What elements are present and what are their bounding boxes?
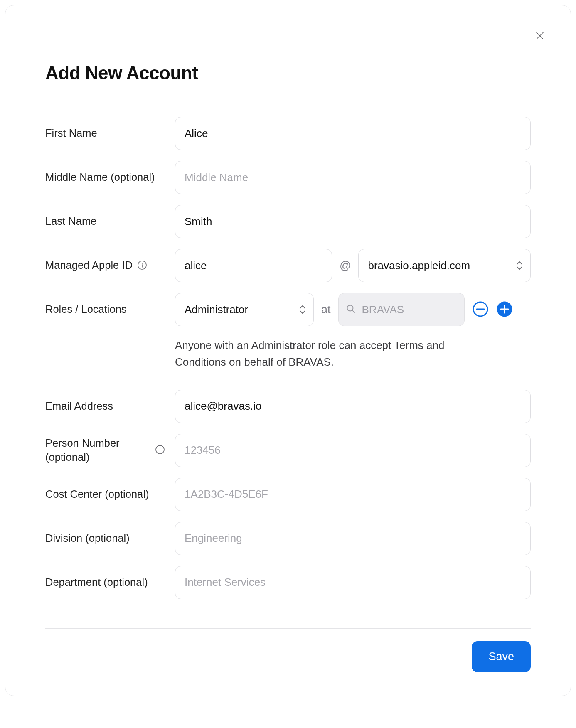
modal-footer: Save — [45, 641, 531, 672]
add-role-button[interactable] — [496, 301, 513, 318]
label-cost-center: Cost Center (optional) — [45, 487, 149, 502]
label-middle-name: Middle Name (optional) — [45, 170, 155, 184]
minus-circle-icon — [472, 301, 489, 319]
row-cost-center: Cost Center (optional) — [45, 478, 531, 511]
division-input[interactable] — [175, 522, 531, 555]
row-roles-locations: Roles / Locations Administrator at — [45, 293, 531, 326]
label-managed-apple-id: Managed Apple ID — [45, 258, 133, 273]
at-symbol: @ — [340, 259, 351, 272]
modal-title: Add New Account — [45, 63, 531, 84]
svg-point-4 — [142, 263, 143, 264]
department-input[interactable] — [175, 566, 531, 599]
person-number-info-button[interactable] — [155, 445, 165, 456]
label-first-name: First Name — [45, 126, 97, 140]
info-icon — [155, 445, 165, 456]
at-word: at — [321, 303, 331, 316]
remove-role-button[interactable] — [472, 301, 489, 318]
row-department: Department (optional) — [45, 566, 531, 599]
add-account-modal: Add New Account First Name Middle Name (… — [5, 5, 571, 696]
row-middle-name: Middle Name (optional) — [45, 161, 531, 194]
roles-helper-row: Anyone with an Administrator role can ac… — [45, 337, 531, 371]
label-email: Email Address — [45, 399, 113, 413]
location-search-input[interactable] — [338, 293, 465, 326]
save-button[interactable]: Save — [472, 641, 531, 672]
last-name-input[interactable] — [175, 205, 531, 238]
label-person-number: Person Number (optional) — [45, 436, 151, 464]
apple-id-local-input[interactable] — [175, 249, 332, 282]
row-last-name: Last Name — [45, 205, 531, 238]
roles-helper-text: Anyone with an Administrator role can ac… — [175, 337, 491, 371]
apple-id-info-button[interactable] — [137, 260, 148, 271]
apple-id-domain-select[interactable]: bravasio.appleid.com — [358, 249, 531, 282]
row-division: Division (optional) — [45, 522, 531, 555]
role-select[interactable]: Administrator — [175, 293, 314, 326]
cost-center-input[interactable] — [175, 478, 531, 511]
row-person-number: Person Number (optional) — [45, 434, 531, 467]
label-division: Division (optional) — [45, 531, 130, 546]
chevron-updown-icon — [516, 261, 523, 270]
apple-id-domain-value: bravasio.appleid.com — [368, 259, 470, 272]
email-input[interactable] — [175, 390, 531, 423]
footer-divider — [45, 628, 531, 629]
role-select-value: Administrator — [185, 303, 248, 316]
label-roles-locations: Roles / Locations — [45, 303, 127, 317]
label-last-name: Last Name — [45, 214, 96, 229]
middle-name-input[interactable] — [175, 161, 531, 194]
chevron-updown-icon — [299, 305, 306, 314]
row-first-name: First Name — [45, 117, 531, 150]
info-icon — [137, 260, 147, 271]
close-icon — [535, 31, 545, 42]
svg-point-14 — [160, 447, 161, 448]
row-email: Email Address — [45, 390, 531, 423]
person-number-input[interactable] — [175, 434, 531, 467]
label-department: Department (optional) — [45, 576, 148, 590]
plus-circle-icon — [496, 301, 513, 319]
first-name-input[interactable] — [175, 117, 531, 150]
row-managed-apple-id: Managed Apple ID @ bravasio.appleid.com — [45, 249, 531, 282]
close-button[interactable] — [532, 29, 547, 44]
location-search-wrap — [338, 293, 465, 326]
